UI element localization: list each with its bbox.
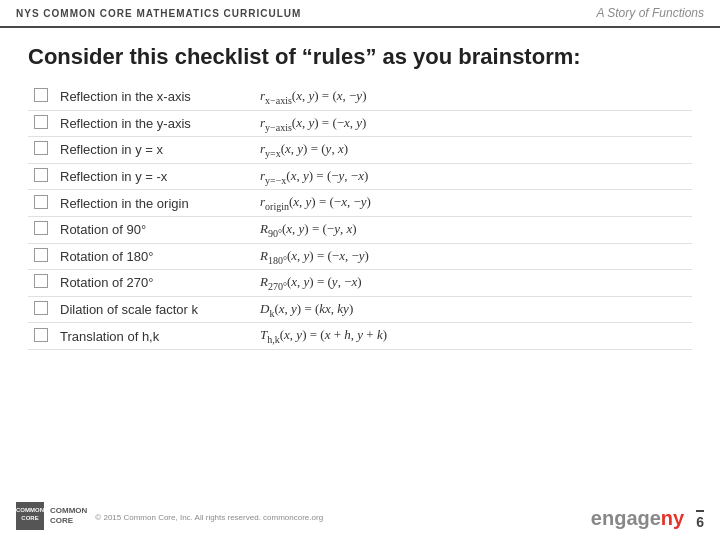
row-label: Translation of h,k xyxy=(54,323,254,350)
header-left-text: NYS COMMON CORE MATHEMATICS CURRICULUM xyxy=(16,8,301,19)
row-label: Reflection in the y-axis xyxy=(54,110,254,137)
engage-text: engage xyxy=(591,507,661,529)
page-title: Consider this checklist of “rules” as yo… xyxy=(28,44,692,70)
checkbox[interactable] xyxy=(34,274,48,288)
checkbox[interactable] xyxy=(34,88,48,102)
footer: COMMON CORE COMMON CORE © 2015 Common Co… xyxy=(0,502,720,530)
table-row: Reflection in y = xry=x(x, y) = (y, x) xyxy=(28,137,692,164)
row-formula: rx−axis(x, y) = (x, −y) xyxy=(254,84,692,110)
row-formula: ry−axis(x, y) = (−x, y) xyxy=(254,110,692,137)
page-number-box: 6 xyxy=(696,510,704,530)
table-row: Reflection in y = -xry=−x(x, y) = (−y, −… xyxy=(28,163,692,190)
checkbox[interactable] xyxy=(34,168,48,182)
checkbox[interactable] xyxy=(34,221,48,235)
checkbox[interactable] xyxy=(34,328,48,342)
checkbox[interactable] xyxy=(34,195,48,209)
header-right-text: A Story of Functions xyxy=(596,6,704,20)
checkbox-cell xyxy=(28,84,54,110)
svg-text:CORE: CORE xyxy=(21,515,38,521)
checklist-table: Reflection in the x-axisrx−axis(x, y) = … xyxy=(28,84,692,350)
svg-text:COMMON: COMMON xyxy=(16,507,44,513)
row-label: Reflection in y = x xyxy=(54,137,254,164)
row-label: Reflection in the x-axis xyxy=(54,84,254,110)
footer-left: COMMON CORE COMMON CORE © 2015 Common Co… xyxy=(16,502,323,530)
row-formula: ry=x(x, y) = (y, x) xyxy=(254,137,692,164)
checkbox-cell xyxy=(28,190,54,217)
checkbox-cell xyxy=(28,216,54,243)
cc-line2: CORE xyxy=(50,516,87,526)
checkbox[interactable] xyxy=(34,248,48,262)
table-row: Reflection in the y-axisry−axis(x, y) = … xyxy=(28,110,692,137)
cc-logo-icon: COMMON CORE xyxy=(16,502,44,530)
header: NYS COMMON CORE MATHEMATICS CURRICULUM A… xyxy=(0,0,720,28)
row-formula: R180°(x, y) = (−x, −y) xyxy=(254,243,692,270)
row-formula: rorigin(x, y) = (−x, −y) xyxy=(254,190,692,217)
row-formula: ry=−x(x, y) = (−y, −x) xyxy=(254,163,692,190)
row-formula: R270°(x, y) = (y, −x) xyxy=(254,270,692,297)
engage-ny-logo: engageny xyxy=(591,507,684,530)
table-row: Rotation of 90°R90°(x, y) = (−y, x) xyxy=(28,216,692,243)
table-row: Dilation of scale factor kDk(x, y) = (kx… xyxy=(28,296,692,323)
common-core-logo: COMMON CORE COMMON CORE xyxy=(16,502,87,530)
cc-text-block: COMMON CORE xyxy=(50,506,87,527)
main-content: Consider this checklist of “rules” as yo… xyxy=(0,28,720,358)
page-number: 6 xyxy=(696,510,704,530)
checkbox-cell xyxy=(28,323,54,350)
table-row: Rotation of 180°R180°(x, y) = (−x, −y) xyxy=(28,243,692,270)
checkbox-cell xyxy=(28,243,54,270)
row-label: Rotation of 270° xyxy=(54,270,254,297)
row-label: Reflection in y = -x xyxy=(54,163,254,190)
checkbox-cell xyxy=(28,296,54,323)
table-row: Reflection in the originrorigin(x, y) = … xyxy=(28,190,692,217)
cc-line1: COMMON xyxy=(50,506,87,516)
footer-right: engageny 6 xyxy=(591,507,704,530)
checkbox-cell xyxy=(28,163,54,190)
checkbox[interactable] xyxy=(34,301,48,315)
row-formula: R90°(x, y) = (−y, x) xyxy=(254,216,692,243)
row-formula: Th,k(x, y) = (x + h, y + k) xyxy=(254,323,692,350)
checkbox-cell xyxy=(28,137,54,164)
table-row: Reflection in the x-axisrx−axis(x, y) = … xyxy=(28,84,692,110)
checkbox[interactable] xyxy=(34,141,48,155)
checkbox-cell xyxy=(28,110,54,137)
row-label: Dilation of scale factor k xyxy=(54,296,254,323)
copyright-text: © 2015 Common Core, Inc. All rights rese… xyxy=(95,513,323,522)
row-label: Rotation of 180° xyxy=(54,243,254,270)
row-label: Reflection in the origin xyxy=(54,190,254,217)
table-row: Rotation of 270°R270°(x, y) = (y, −x) xyxy=(28,270,692,297)
row-label: Rotation of 90° xyxy=(54,216,254,243)
ny-text: ny xyxy=(661,507,684,529)
checkbox[interactable] xyxy=(34,115,48,129)
checkbox-cell xyxy=(28,270,54,297)
table-row: Translation of h,kTh,k(x, y) = (x + h, y… xyxy=(28,323,692,350)
row-formula: Dk(x, y) = (kx, ky) xyxy=(254,296,692,323)
